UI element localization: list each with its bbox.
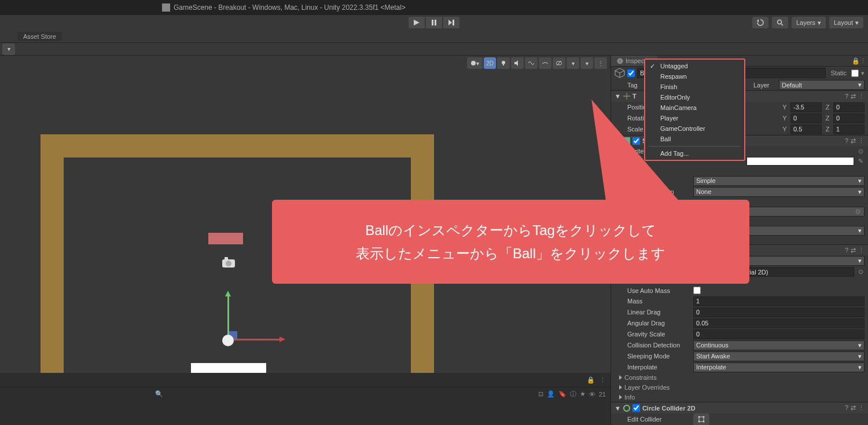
lighting-toggle[interactable] [497,57,510,69]
audio-toggle[interactable] [511,57,524,69]
use-auto-mass-checkbox[interactable] [693,287,701,294]
mass-field[interactable] [693,296,865,306]
sleeping-mode-dropdown[interactable]: Start Awake▾ [693,351,865,361]
window-titlebar: GameScene - Breakout - Windows, Mac, Lin… [0,0,868,15]
info-foldout[interactable]: Info [611,392,868,402]
draw-mode-dropdown[interactable]: ▾ [467,57,483,69]
preset-icon[interactable]: ⇄ [851,404,856,412]
more-icon[interactable]: ⋮ [858,93,865,100]
rotation-z-field[interactable] [833,113,865,123]
svg-point-7 [777,20,781,24]
gravity-scale-field[interactable] [693,329,865,339]
tag-option-finish[interactable]: Finish [645,82,744,92]
more-icon[interactable]: ⋮ [858,247,865,254]
help-icon[interactable]: ? [845,93,848,100]
object-picker-icon[interactable]: ⊙ [856,268,865,276]
star-icon[interactable]: ★ [580,390,586,398]
preset-icon[interactable]: ⇄ [851,93,856,100]
paddle-object [191,363,266,373]
skybox-toggle[interactable] [539,57,551,69]
mask-interaction-dropdown[interactable]: None▾ [693,187,865,197]
eyedropper-icon[interactable]: ✎ [856,157,865,165]
step-button[interactable] [443,17,459,28]
count-label: 21 [599,391,606,398]
more-icon[interactable]: ⋮ [599,376,606,384]
tab-asset-store[interactable]: Asset Store [17,32,62,41]
pause-button[interactable] [426,17,442,28]
search-button[interactable] [772,17,788,28]
tag-option-respawn[interactable]: Respawn [645,71,744,82]
object-picker-icon[interactable]: ⊙ [856,148,865,155]
more-icon[interactable]: ⋮ [860,57,868,65]
visibility-icon[interactable]: 👤 [547,390,555,398]
scale-z-field[interactable] [833,124,865,134]
panel-tabs: Asset Store [0,30,868,43]
tag-option-editoronly[interactable]: EditorOnly [645,92,744,102]
tag-option-gamecontroller[interactable]: GameController [645,123,744,134]
collision-detection-dropdown[interactable]: Continuous▾ [693,340,865,350]
play-button[interactable] [409,17,425,28]
edit-collider-button[interactable] [693,413,709,425]
camera-dropdown[interactable]: ▾ [567,57,579,69]
lock-icon[interactable]: 🔒 [587,376,595,384]
circle-collider-enable[interactable] [632,404,640,412]
brick [208,233,243,244]
fx-toggle[interactable] [525,57,538,69]
position-z-field[interactable] [833,102,865,112]
svg-rect-5 [453,20,454,25]
static-dropdown-icon[interactable]: ▾ [861,69,865,77]
tag-option-ball[interactable]: Ball [645,134,744,144]
2d-toggle[interactable]: 2D [484,57,496,69]
circle-collider-header[interactable]: ▼ Circle Collider 2D ?⇄⋮ [611,402,868,413]
preset-icon[interactable]: ⇄ [851,137,856,145]
draw-mode-dropdown[interactable]: Simple▾ [693,176,865,186]
interpolate-dropdown[interactable]: Interpolate▾ [693,362,865,372]
tag-option-add-tag[interactable]: Add Tag... [645,148,744,159]
svg-rect-3 [435,20,436,25]
static-checkbox[interactable] [851,69,859,77]
layer-overrides-foldout[interactable]: Layer Overrides [611,383,868,393]
use-auto-mass-label: Use Auto Mass [627,287,691,294]
tag-option-untagged[interactable]: Untagged [645,61,744,71]
more-icon[interactable]: ⋮ [858,137,865,145]
object-active-checkbox[interactable] [627,69,635,77]
tag-option-maincamera[interactable]: MainCamera [645,102,744,113]
wall-top [41,134,434,157]
layer-label: Layer [753,82,777,89]
layers-dropdown[interactable]: Layers ▾ [792,17,826,28]
cube-icon [615,68,625,78]
angular-drag-field[interactable] [693,318,865,328]
wall-left [41,134,64,373]
picker-icon[interactable]: ⊡ [538,390,543,398]
position-y-field[interactable] [790,102,822,112]
ball-object[interactable] [222,335,234,346]
gizmo-x-axis[interactable] [227,339,279,340]
search-icon[interactable]: 🔍 [155,390,163,398]
svg-marker-6 [757,19,759,23]
rotation-y-field[interactable] [790,113,822,123]
tool-dropdown[interactable]: ▾ [2,43,15,55]
help-icon[interactable]: ? [845,137,848,145]
visibility-toggle[interactable] [553,57,565,69]
scene-more-icon[interactable]: ⋮ [594,57,607,69]
help-icon[interactable]: ? [845,247,848,254]
tag-option-player[interactable]: Player [645,113,744,123]
undo-history-button[interactable] [752,17,768,28]
svg-point-9 [471,61,476,65]
gizmos-dropdown[interactable]: ▾ [580,57,593,69]
circle-collider-icon [623,405,630,412]
window-title: GameScene - Breakout - Windows, Mac, Lin… [174,3,406,12]
preset-icon[interactable]: ⇄ [851,247,856,254]
constraints-foldout[interactable]: Constraints [611,373,868,383]
linear-drag-field[interactable] [693,307,865,317]
gizmo-y-axis[interactable] [227,296,229,340]
layer-dropdown[interactable]: Default▾ [779,80,865,90]
more-icon[interactable]: ⋮ [858,404,865,412]
help-icon[interactable]: ? [845,404,848,412]
lock-icon[interactable]: 🔒 [852,57,860,65]
info-icon[interactable]: ⓘ [570,390,576,398]
scale-y-field[interactable] [790,124,822,134]
layout-dropdown[interactable]: Layout ▾ [829,17,863,28]
tag-filter-icon[interactable]: 🔖 [558,390,567,398]
color-field[interactable] [746,157,854,166]
